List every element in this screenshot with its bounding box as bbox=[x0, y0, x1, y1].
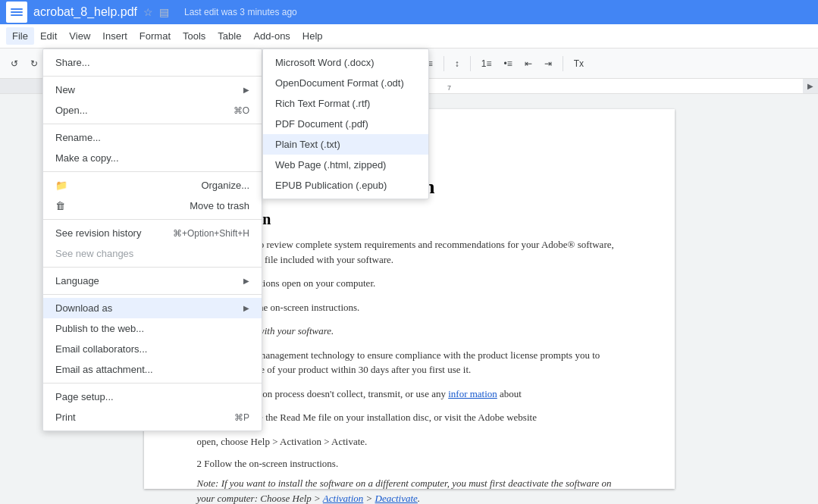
info-link[interactable]: infor mation bbox=[448, 388, 497, 399]
menu-help[interactable]: Help bbox=[296, 27, 329, 45]
menu-table[interactable]: Table bbox=[212, 27, 247, 45]
arrow-icon2: ▶ bbox=[243, 277, 249, 285]
line-spacing-button[interactable]: ↕ bbox=[450, 55, 464, 72]
menu-edit[interactable]: Edit bbox=[34, 27, 63, 45]
divider2 bbox=[43, 124, 262, 124]
sep7 bbox=[470, 56, 471, 71]
file-menu: Share... New ▶ Open... ⌘O Rename... Make… bbox=[42, 49, 262, 431]
download-html[interactable]: Web Page (.html, zipped) bbox=[263, 155, 428, 175]
file-new-changes: See new changes bbox=[43, 243, 262, 264]
activation-link[interactable]: Activation bbox=[323, 493, 363, 504]
file-revision-history[interactable]: See revision history ⌘+Option+Shift+H bbox=[43, 223, 262, 243]
doc-title-area: acrobat_8_help.pdf ☆ ▤ bbox=[33, 5, 169, 19]
download-txt[interactable]: Plain Text (.txt) bbox=[263, 134, 428, 155]
file-organize[interactable]: 📁 Organize... bbox=[43, 175, 262, 196]
download-submenu: Microsoft Word (.docx) OpenDocument Form… bbox=[262, 49, 429, 199]
folder-icon[interactable]: ▤ bbox=[159, 6, 169, 18]
trash-icon: 🗑 bbox=[55, 200, 71, 211]
download-epub[interactable]: EPUB Publication (.epub) bbox=[263, 175, 428, 196]
menu-format[interactable]: Format bbox=[133, 27, 177, 45]
file-email-attach[interactable]: Email as attachment... bbox=[43, 359, 262, 380]
menu-view[interactable]: View bbox=[63, 27, 96, 45]
download-pdf[interactable]: PDF Document (.pdf) bbox=[263, 114, 428, 134]
arrow-icon: ▶ bbox=[243, 86, 249, 94]
increase-indent-button[interactable]: ⇥ bbox=[540, 55, 556, 72]
numbered-list-button[interactable]: 1≡ bbox=[477, 55, 497, 72]
file-publish[interactable]: Publish to the web... bbox=[43, 318, 262, 339]
file-new[interactable]: New ▶ bbox=[43, 80, 262, 100]
file-move-trash[interactable]: 🗑 Move to trash bbox=[43, 196, 262, 216]
folder-icon: 📁 bbox=[55, 180, 71, 191]
file-share[interactable]: Share... bbox=[43, 52, 262, 73]
menu-bar: File Edit View Insert Format Tools Table… bbox=[0, 24, 818, 49]
arrow-icon3: ▶ bbox=[243, 304, 249, 312]
divider4 bbox=[43, 219, 262, 220]
file-language[interactable]: Language ▶ bbox=[43, 271, 262, 291]
sep8 bbox=[563, 56, 563, 71]
decrease-indent-button[interactable]: ⇤ bbox=[520, 55, 537, 72]
doc-title: acrobat_8_help.pdf bbox=[33, 5, 137, 19]
doc-para8: open, choose Help > Activation > Activat… bbox=[197, 434, 622, 449]
download-rtf[interactable]: Rich Text Format (.rtf) bbox=[263, 93, 428, 114]
file-rename[interactable]: Rename... bbox=[43, 127, 262, 148]
sep6 bbox=[443, 56, 444, 71]
menu-file[interactable]: File bbox=[6, 27, 34, 45]
clear-format-button[interactable]: Tx bbox=[569, 55, 588, 72]
file-email-collab[interactable]: Email collaborators... bbox=[43, 339, 262, 359]
download-docx[interactable]: Microsoft Word (.docx) bbox=[263, 52, 428, 73]
file-download[interactable]: Download as ▶ bbox=[43, 298, 262, 318]
menu-insert[interactable]: Insert bbox=[96, 27, 133, 45]
top-bar: acrobat_8_help.pdf ☆ ▤ Last edit was 3 m… bbox=[0, 0, 818, 24]
doc-step2: 2 Follow the on-screen instructions. bbox=[197, 458, 622, 470]
docs-logo bbox=[6, 2, 27, 23]
divider1 bbox=[43, 76, 262, 77]
file-open[interactable]: Open... ⌘O bbox=[43, 100, 262, 121]
file-make-copy[interactable]: Make a copy... bbox=[43, 148, 262, 168]
download-odt[interactable]: OpenDocument Format (.odt) bbox=[263, 73, 428, 93]
menu-addons[interactable]: Add-ons bbox=[247, 27, 296, 45]
divider5 bbox=[43, 267, 262, 268]
bullet-list-button[interactable]: •≡ bbox=[499, 55, 516, 72]
star-icon[interactable]: ☆ bbox=[143, 6, 153, 18]
file-page-setup[interactable]: Page setup... bbox=[43, 387, 262, 407]
file-print[interactable]: Print ⌘P bbox=[43, 407, 262, 427]
divider3 bbox=[43, 171, 262, 172]
doc-note: Note: If you want to install the softwar… bbox=[197, 476, 622, 504]
divider7 bbox=[43, 383, 262, 383]
deactivate-link[interactable]: Deactivate bbox=[375, 493, 418, 504]
menu-tools[interactable]: Tools bbox=[177, 27, 212, 45]
undo-button[interactable]: ↺ bbox=[6, 55, 23, 72]
redo-button[interactable]: ↻ bbox=[26, 55, 42, 72]
divider6 bbox=[43, 294, 262, 295]
last-edit-label: Last edit was 3 minutes ago bbox=[184, 7, 297, 17]
